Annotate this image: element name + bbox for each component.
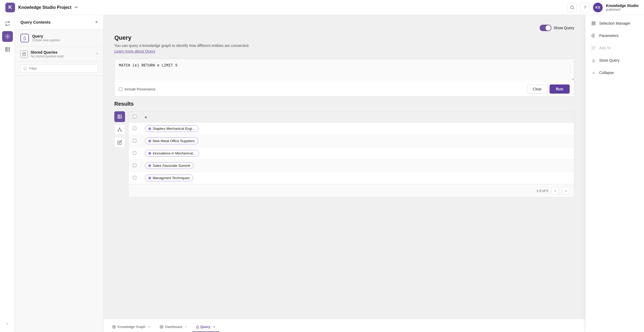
row-entity-cell: New Metal Office Suppliers — [141, 135, 574, 147]
stored-queries-header[interactable]: Stored Queries No stored queries exist ^ — [20, 50, 98, 58]
results-table: e Staplers Mechanical Engi... — [129, 112, 574, 184]
parameters-icon — [591, 33, 597, 39]
tab-knowledge-graph-close[interactable]: × — [148, 325, 150, 329]
icon-bar: » — [0, 15, 15, 332]
select-all-checkbox[interactable] — [133, 115, 136, 118]
table-row: Managment Techniques — [129, 172, 574, 184]
tab-query[interactable]: () Query × — [192, 322, 219, 332]
row-checkbox[interactable] — [133, 164, 136, 167]
edit-view-button[interactable] — [114, 137, 125, 148]
results-view-icons — [114, 111, 125, 197]
svg-point-7 — [121, 131, 122, 131]
query-icon: {} — [20, 34, 29, 42]
table-row: Sales Associate Summit — [129, 160, 574, 172]
include-provenance-checkbox[interactable] — [119, 87, 122, 91]
icon-bar-collapse[interactable]: » — [2, 318, 13, 329]
next-page-button[interactable]: › — [562, 187, 570, 194]
results-heading: Results — [114, 101, 574, 107]
app-title: Knowledge Studio Project — [18, 5, 71, 10]
sidebar-close-button[interactable]: × — [95, 19, 98, 25]
row-checkbox-cell[interactable] — [129, 160, 141, 172]
run-button[interactable]: Run — [550, 84, 570, 94]
svg-point-12 — [160, 325, 163, 329]
svg-point-10 — [112, 325, 116, 329]
sidebar-header: Query Contents × — [15, 15, 103, 29]
query-editor[interactable] — [115, 59, 574, 80]
table-row: New Metal Office Suppliers — [129, 135, 574, 147]
right-panel-collapse[interactable]: » Collapse — [585, 67, 644, 79]
query-description: You can query a knowledge graph to ident… — [114, 43, 574, 48]
row-checkbox[interactable] — [133, 139, 136, 142]
query-section[interactable]: {} Query Create new queries — [15, 29, 103, 47]
right-panel-selection-manager[interactable]: Selection Manager — [585, 17, 644, 29]
entity-label: Managment Techniques — [153, 176, 190, 180]
stored-queries-section: Stored Queries No stored queries exist ^ — [15, 47, 103, 62]
collapse-icon: » — [591, 70, 597, 76]
query-label: Query — [32, 34, 60, 38]
row-checkbox-cell[interactable] — [129, 135, 141, 147]
row-checkbox-cell[interactable] — [129, 123, 141, 135]
collapse-label: Collapse — [599, 71, 614, 75]
entity-dot — [148, 152, 151, 155]
row-checkbox[interactable] — [133, 127, 136, 130]
svg-point-0 — [570, 6, 573, 9]
user-info: Knowledge Studio publisher2 — [606, 3, 639, 12]
row-checkbox[interactable] — [133, 176, 136, 179]
query-editor-wrap: Include Provenance Clear Run — [114, 59, 574, 97]
select-all-header[interactable] — [129, 112, 141, 123]
entity-chip[interactable]: Innovations in Mechanical... — [145, 150, 199, 157]
icon-bar-connections[interactable] — [2, 18, 13, 29]
learn-more-link[interactable]: Learn more about Query — [114, 49, 155, 53]
row-entity-cell: Sales Associate Summit — [141, 160, 574, 172]
entity-chip[interactable]: Managment Techniques — [145, 175, 193, 181]
entity-chip[interactable]: Sales Associate Summit — [145, 162, 193, 169]
stored-queries-label: Stored Queries — [31, 50, 64, 54]
filter-input[interactable] — [20, 64, 98, 73]
app-header: K Knowledge Studio Project ✏ ? KS Knowle… — [0, 0, 644, 15]
row-entity-cell: Managment Techniques — [141, 172, 574, 184]
toggle-switch[interactable] — [540, 25, 551, 31]
svg-rect-16 — [592, 24, 593, 25]
include-provenance-label[interactable]: Include Provenance — [119, 87, 155, 91]
entity-chip[interactable]: Staplers Mechanical Engi... — [145, 125, 199, 132]
entity-dot — [148, 164, 151, 167]
stored-queries-icon — [20, 50, 28, 58]
help-button[interactable]: ? — [580, 3, 590, 12]
show-query-toggle[interactable]: Show Query — [540, 25, 574, 31]
table-view-button[interactable] — [114, 111, 125, 122]
row-checkbox[interactable] — [133, 151, 136, 155]
svg-point-1 — [7, 36, 8, 37]
right-panel-parameters[interactable]: Parameters — [585, 29, 644, 42]
edit-title-icon[interactable]: ✏ — [75, 5, 78, 10]
tab-query-icon: () — [196, 325, 199, 329]
query-actions: Clear Run — [527, 84, 570, 94]
tab-knowledge-graph[interactable]: Knowledge Graph × — [108, 322, 154, 332]
entity-chip[interactable]: New Metal Office Suppliers — [145, 138, 198, 144]
svg-rect-15 — [594, 22, 595, 23]
icon-bar-graph[interactable] — [2, 31, 13, 42]
search-button[interactable] — [567, 3, 577, 12]
right-panel-add-to[interactable]: Add To — [585, 42, 644, 54]
tab-dashboard[interactable]: Dashboard × — [155, 322, 191, 332]
table-row: Staplers Mechanical Engi... — [129, 123, 574, 135]
entity-dot — [148, 140, 151, 142]
tab-query-close[interactable]: × — [213, 325, 215, 329]
svg-point-18 — [593, 35, 594, 36]
row-checkbox-cell[interactable] — [129, 172, 141, 184]
svg-rect-20 — [594, 46, 595, 48]
svg-rect-4 — [118, 115, 122, 119]
prev-page-button[interactable]: ‹ — [551, 187, 559, 194]
graph-view-button[interactable] — [114, 124, 125, 135]
clear-button[interactable]: Clear — [527, 84, 547, 94]
tab-dashboard-close[interactable]: × — [185, 325, 187, 329]
right-panel-store-query[interactable]: () Store Query — [585, 54, 644, 67]
results-layout: e Staplers Mechanical Engi... — [114, 111, 574, 197]
center-content: Show Query Query You can query a knowled… — [104, 15, 585, 332]
icon-bar-table[interactable] — [2, 44, 13, 55]
sidebar-title: Query Contents — [20, 20, 51, 24]
main-layout: » Query Contents × {} Query Create new q… — [0, 15, 644, 332]
results-table-footer: 1-5 of 5 ‹ › — [129, 184, 574, 197]
row-checkbox-cell[interactable] — [129, 147, 141, 160]
svg-point-11 — [114, 326, 115, 327]
tab-knowledge-graph-label: Knowledge Graph — [118, 325, 145, 329]
